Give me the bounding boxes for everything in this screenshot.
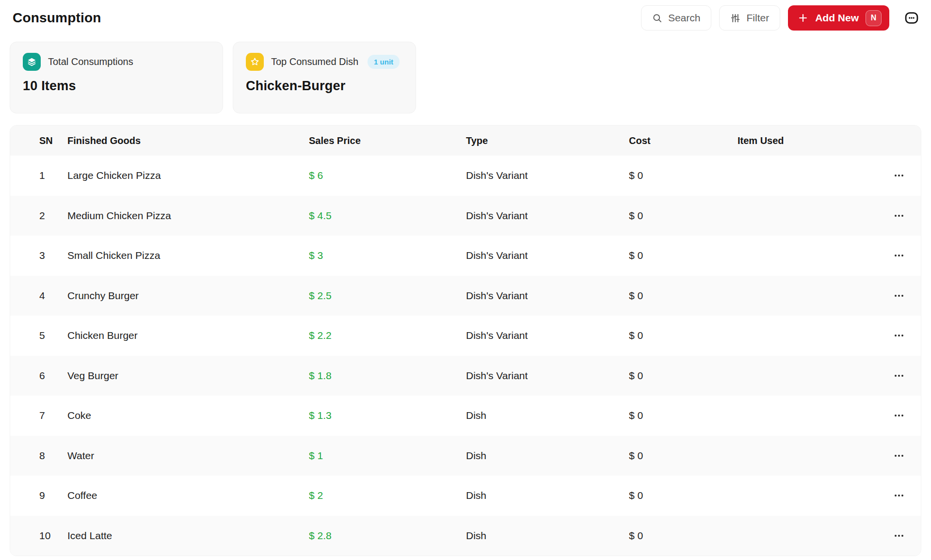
cell-name: Iced Latte xyxy=(67,530,309,542)
cell-cost: $ 0 xyxy=(629,330,738,341)
cell-name: Small Chicken Pizza xyxy=(67,250,309,261)
cell-type: Dish xyxy=(466,530,629,542)
row-actions-button[interactable] xyxy=(893,412,921,419)
consumption-table: SN Finished Goods Sales Price Type Cost … xyxy=(10,125,921,556)
cell-sn: 10 xyxy=(39,530,67,542)
column-header-item-used: Item Used xyxy=(738,135,893,146)
search-button[interactable]: Search xyxy=(641,5,712,31)
cell-sn: 1 xyxy=(39,170,67,181)
cell-sn: 8 xyxy=(39,450,67,462)
row-actions-button[interactable] xyxy=(893,372,921,380)
table-row[interactable]: 2 Medium Chicken Pizza $ 4.5 Dish's Vari… xyxy=(10,196,921,236)
cell-cost: $ 0 xyxy=(629,530,738,542)
summary-cards: Total Consumptions 10 Items Top Consumed… xyxy=(10,42,921,113)
cell-sn: 5 xyxy=(39,330,67,341)
cell-name: Veg Burger xyxy=(67,370,309,382)
cell-type: Dish xyxy=(466,450,629,462)
cell-cost: $ 0 xyxy=(629,290,738,302)
cell-type: Dish's Variant xyxy=(466,290,629,302)
column-header-sales-price: Sales Price xyxy=(309,135,466,146)
cell-sn: 6 xyxy=(39,370,67,382)
row-actions-button[interactable] xyxy=(893,172,921,179)
cell-name: Water xyxy=(67,450,309,462)
table-row[interactable]: 7 Coke $ 1.3 Dish $ 0 xyxy=(10,396,921,436)
topbar-actions: Search Filter Add New xyxy=(641,5,921,31)
row-actions-button[interactable] xyxy=(893,452,921,460)
cell-sn: 4 xyxy=(39,290,67,302)
cell-cost: $ 0 xyxy=(629,490,738,501)
table-header-row: SN Finished Goods Sales Price Type Cost … xyxy=(10,126,921,156)
table-row[interactable]: 10 Iced Latte $ 2.8 Dish $ 0 xyxy=(10,516,921,556)
cell-name: Coffee xyxy=(67,490,309,501)
cell-sn: 3 xyxy=(39,250,67,261)
cell-price: $ 3 xyxy=(309,250,466,261)
layers-icon xyxy=(23,53,41,71)
page-title: Consumption xyxy=(13,10,101,26)
cell-price: $ 6 xyxy=(309,170,466,181)
column-header-finished-goods: Finished Goods xyxy=(67,135,309,146)
cell-price: $ 2.8 xyxy=(309,530,466,542)
filter-button-label: Filter xyxy=(746,12,769,24)
cell-price: $ 2.2 xyxy=(309,330,466,341)
cell-price: $ 4.5 xyxy=(309,210,466,222)
cell-name: Chicken Burger xyxy=(67,330,309,341)
row-actions-button[interactable] xyxy=(893,252,921,259)
total-consumptions-card: Total Consumptions 10 Items xyxy=(10,42,223,113)
card-label: Total Consumptions xyxy=(48,56,133,67)
cell-cost: $ 0 xyxy=(629,410,738,421)
row-actions-button[interactable] xyxy=(893,532,921,540)
table-row[interactable]: 3 Small Chicken Pizza $ 3 Dish's Variant… xyxy=(10,236,921,276)
cell-cost: $ 0 xyxy=(629,370,738,382)
ellipsis-box-icon xyxy=(903,10,920,26)
filter-button[interactable]: Filter xyxy=(719,5,780,31)
cell-sn: 7 xyxy=(39,410,67,421)
row-actions-button[interactable] xyxy=(893,212,921,220)
row-actions-button[interactable] xyxy=(893,332,921,339)
add-new-button[interactable]: Add New N xyxy=(788,5,889,31)
consumption-page: Consumption Search Filter xyxy=(0,0,931,556)
card-label: Top Consumed Dish xyxy=(271,56,358,67)
row-actions-button[interactable] xyxy=(893,492,921,499)
table-row[interactable]: 9 Coffee $ 2 Dish $ 0 xyxy=(10,476,921,516)
cell-type: Dish's Variant xyxy=(466,170,629,181)
command-menu-button[interactable] xyxy=(902,8,921,28)
cell-type: Dish's Variant xyxy=(466,250,629,261)
cell-price: $ 2.5 xyxy=(309,290,466,302)
top-consumed-dish-card: Top Consumed Dish 1 unit Chicken-Burger xyxy=(233,42,416,113)
cell-cost: $ 0 xyxy=(629,210,738,222)
cell-name: Crunchy Burger xyxy=(67,290,309,302)
unit-count-badge: 1 unit xyxy=(368,55,400,69)
cell-price: $ 1.8 xyxy=(309,370,466,382)
cell-type: Dish's Variant xyxy=(466,370,629,382)
top-consumed-dish-value: Chicken-Burger xyxy=(246,79,403,94)
cell-name: Coke xyxy=(67,410,309,421)
table-row[interactable]: 1 Large Chicken Pizza $ 6 Dish's Variant… xyxy=(10,156,921,196)
row-actions-button[interactable] xyxy=(893,292,921,300)
column-header-type: Type xyxy=(466,135,629,146)
search-icon xyxy=(652,13,662,23)
table-row[interactable]: 8 Water $ 1 Dish $ 0 xyxy=(10,436,921,476)
plus-icon xyxy=(798,13,808,23)
table-row[interactable]: 4 Crunchy Burger $ 2.5 Dish's Variant $ … xyxy=(10,276,921,316)
cell-cost: $ 0 xyxy=(629,250,738,261)
add-new-button-label: Add New xyxy=(815,12,859,24)
column-header-sn: SN xyxy=(39,135,67,146)
cell-name: Large Chicken Pizza xyxy=(67,170,309,181)
cell-sn: 9 xyxy=(39,490,67,501)
table-body: 1 Large Chicken Pizza $ 6 Dish's Variant… xyxy=(10,156,921,556)
total-consumptions-value: 10 Items xyxy=(23,79,210,94)
shortcut-badge: N xyxy=(866,10,882,26)
cell-type: Dish xyxy=(466,490,629,501)
cell-name: Medium Chicken Pizza xyxy=(67,210,309,222)
topbar: Consumption Search Filter xyxy=(10,5,921,31)
cell-type: Dish's Variant xyxy=(466,330,629,341)
column-header-cost: Cost xyxy=(629,135,738,146)
table-row[interactable]: 5 Chicken Burger $ 2.2 Dish's Variant $ … xyxy=(10,316,921,356)
cell-type: Dish xyxy=(466,410,629,421)
search-button-label: Search xyxy=(668,12,701,24)
star-icon xyxy=(246,53,264,71)
cell-price: $ 1 xyxy=(309,450,466,462)
cell-cost: $ 0 xyxy=(629,170,738,181)
cell-price: $ 1.3 xyxy=(309,410,466,421)
table-row[interactable]: 6 Veg Burger $ 1.8 Dish's Variant $ 0 xyxy=(10,356,921,396)
